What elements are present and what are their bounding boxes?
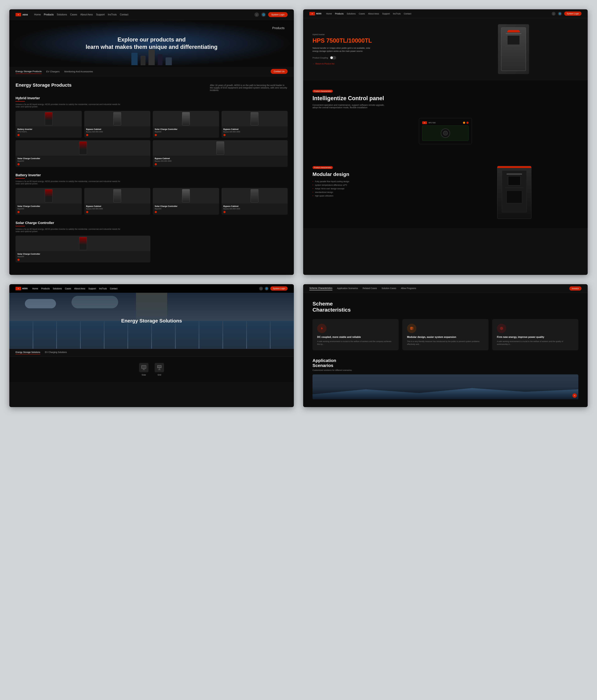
product-card-b3[interactable]: Solar Charge Controller Mppt200 [153,188,219,215]
contact-button[interactable]: Contact Us [271,69,288,74]
toggle-knob [330,56,333,59]
nav-contact[interactable]: Contact [404,12,411,15]
hero-products-label: Products [272,26,285,30]
subnav-allow-programs[interactable]: Allow Programs [401,287,416,290]
coupling-toggle[interactable] [330,56,336,59]
subnav-ev-charging[interactable]: EV Charging Solutions [45,351,67,354]
scenario-image-1[interactable]: + [312,374,578,399]
product-name-b3: Bypass Cabinet [224,205,286,207]
nav-support[interactable]: Support [96,13,105,16]
product-model-b2: Mppt200 [155,208,217,210]
subnav-energy-storage[interactable]: Energy Storage Products [16,69,42,74]
nav-cases[interactable]: Cases [70,13,77,16]
category-title-hybrid: Hybrid Inverter [16,96,288,100]
nav-instruts[interactable]: InsTruts [99,287,107,290]
product-img [153,140,288,156]
product-card-scc1[interactable]: Solar Charge Controller Mppt200 [16,236,150,262]
nav-support[interactable]: Support [88,287,96,290]
back-to-products-button[interactable]: ← Return to Product list [312,62,442,65]
solutions-hero-title: Energy Storage Solutions [121,318,182,324]
nav-cases[interactable]: Cases [359,12,365,15]
logo[interactable]: A AESS [309,12,321,16]
nav-instruts[interactable]: InsTruts [108,13,116,16]
logo[interactable]: A AESS [16,13,28,16]
scheme-content: SchemeCharacteristics DC coupled, more s… [303,293,588,407]
solar-panel [33,321,57,349]
search-icon[interactable]: ⌕ [259,287,263,291]
scenarios-title: ApplicationScenarios [312,358,578,368]
body-module [507,191,522,203]
product-card-battery-inverter[interactable]: Battery Inverter HPS/7500TL [16,111,82,138]
globe-icon[interactable]: 🌐 [558,12,562,16]
navbar-products: A AESS Home Products Solutions Cases Abo… [9,9,294,20]
nav-solutions[interactable]: Solutions [57,13,67,16]
nav-contact[interactable]: Contact [110,287,118,290]
nav-about[interactable]: About Aess [368,12,379,15]
nav-home[interactable]: Home [34,13,41,16]
nav-products[interactable]: Products [335,12,344,15]
subnav-energy-storage[interactable]: Energy Storage Solutions [16,351,40,354]
subnav-app-scenarios[interactable]: Application Scenarios [337,287,358,290]
search-icon[interactable]: ⌕ [552,12,555,16]
solar-panel [270,321,294,349]
product-card-bypass-2[interactable]: Bypass Cabinet Bypass-500-800-3000 [222,111,288,138]
char-card-dc-coupled[interactable]: DC coupled, more stable and reliable A s… [312,319,399,350]
nav-products[interactable]: Products [44,13,54,16]
char-title-1: Modular design, easier system expansion [407,335,484,339]
product-card-bypass-1[interactable]: Bypass Cabinet Bypass-500-800-3000 [84,111,151,138]
login-button[interactable]: System Login [268,12,288,17]
icons-section: Solar Grid [9,357,294,382]
globe-icon[interactable]: 🌐 [265,287,268,291]
subnav-scheme-char[interactable]: Scheme Characteristics [309,287,332,290]
nav-about[interactable]: About Aess [74,287,85,290]
nav-support[interactable]: Support [382,12,390,15]
product-card-b2[interactable]: Bypass Cabinet Bypass-500-800-3000 [84,188,151,215]
product-red-stripe [497,166,531,168]
login-button[interactable]: System Login [270,286,288,291]
nav-solutions[interactable]: Solutions [347,12,356,15]
product-info: Bypass Cabinet Bypass-500-800-3000 [84,203,151,215]
login-button[interactable]: System Login [564,11,581,16]
product-card-solar-2[interactable]: Solar Charge Controller Mppt200 [16,140,150,167]
nav-about[interactable]: About Aess [80,13,93,16]
control-knob[interactable] [441,128,450,138]
char-card-power-quality[interactable]: Firm new energy, improve power quality A… [492,319,578,350]
hero-decoration [9,48,294,67]
subnav-monitoring[interactable]: Monitoring And Accessories [64,69,93,74]
investor-button[interactable]: Investor [569,286,581,291]
svg-point-18 [501,328,502,329]
nav-home[interactable]: Home [32,287,38,290]
modular-point-2: Adopt 'All-in-one' design concept [312,187,441,191]
nav-instruts[interactable]: InsTruts [393,12,400,15]
product-card-bypass-3[interactable]: Bypass Cabinet Bypass-500-800-3000 [153,140,288,167]
section-title-wrapper: SchemeCharacteristics [312,301,578,313]
char-desc-2: A safe working environment is crucial to… [497,340,574,346]
char-card-modular[interactable]: Modular design, easier system expansion … [403,319,489,350]
product-img [222,188,288,203]
logo-text: AESS [316,12,321,15]
nav-home[interactable]: Home [326,12,332,15]
subnav-ev-chargers[interactable]: EV Chargers [46,69,60,74]
nav-products[interactable]: Products [41,287,50,290]
icon-item-grid[interactable]: Grid [155,363,164,376]
icon-item-solar[interactable]: Solar [139,363,149,376]
nav-cases[interactable]: Cases [65,287,71,290]
globe-icon[interactable]: 🌐 [261,12,266,17]
subnav-related-cases[interactable]: Related Cases [363,287,377,290]
nav-contact[interactable]: Contact [120,13,128,16]
solar-panel [223,321,246,349]
logo[interactable]: A AESS [16,287,27,290]
product-card-b4[interactable]: Bypass Cabinet Bypass-500-800-3000 [222,188,288,215]
nav-solutions[interactable]: Solutions [53,287,62,290]
product-card-solar-1[interactable]: Solar Charge Controller Mppt200 [153,111,219,138]
product-img [153,111,219,126]
indicator-red [466,122,469,124]
category-bar [16,101,25,102]
scheme-subnav: Scheme Characteristics Application Scena… [303,284,588,293]
nav-links: Home Products Solutions Cases About Aess… [32,287,259,290]
scenario-add-button[interactable]: + [572,393,577,398]
search-icon[interactable]: ⌕ [255,12,259,17]
product-card-b1[interactable]: Solar Charge Controller Mppt200 [16,188,82,215]
subnav-solution-cases[interactable]: Solution Cases [382,287,396,290]
gear-icon [499,326,504,330]
